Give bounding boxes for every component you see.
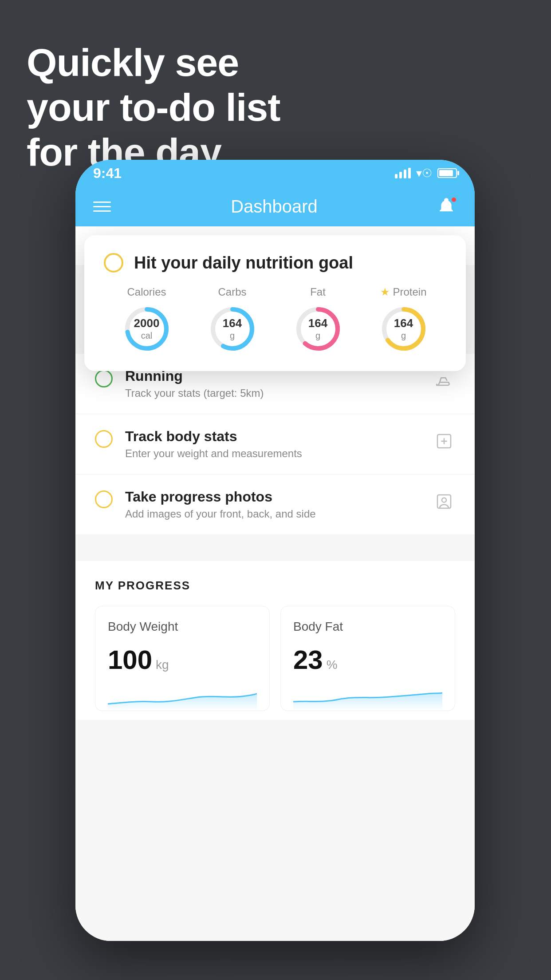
running-circle [95, 370, 113, 387]
calories-unit: cal [134, 331, 160, 341]
bell-button[interactable] [437, 197, 457, 216]
body-fat-chart [293, 684, 442, 711]
protein-unit: g [394, 331, 413, 341]
headline-line2: your to-do list [27, 85, 280, 130]
nutrition-calories: Calories 2000 cal [122, 286, 171, 353]
protein-value: 164 [394, 316, 413, 330]
star-icon: ★ [380, 286, 390, 298]
status-bar: 9:41 ▾☉ [75, 160, 475, 186]
body-fat-value: 23 [293, 644, 323, 675]
body-weight-title: Body Weight [108, 620, 257, 634]
shoe-icon [433, 370, 455, 392]
svg-point-10 [442, 498, 446, 502]
headline: Quickly see your to-do list for the day. [27, 40, 280, 175]
body-stats-circle [95, 430, 113, 448]
photos-subtitle: Add images of your front, back, and side [125, 508, 421, 520]
fat-label: Fat [310, 286, 326, 298]
nav-bar: Dashboard [75, 186, 475, 226]
fat-value: 164 [308, 316, 327, 330]
svg-rect-9 [437, 495, 451, 508]
running-subtitle: Track your stats (target: 5km) [125, 387, 421, 399]
nav-title: Dashboard [231, 197, 318, 217]
wifi-icon: ▾☉ [416, 166, 432, 180]
photos-title: Take progress photos [125, 489, 421, 505]
nutrition-card[interactable]: Hit your daily nutrition goal Calories 2… [84, 235, 466, 371]
body-stats-title: Track body stats [125, 428, 421, 445]
nutrition-protein: ★ Protein 164 g [379, 286, 428, 353]
todo-list: Running Track your stats (target: 5km) T… [75, 354, 475, 534]
portrait-icon [433, 490, 455, 513]
body-weight-value: 100 [108, 644, 152, 675]
nutrition-carbs: Carbs 164 g [208, 286, 257, 353]
content-area: THINGS TO DO TODAY Hit your daily nutrit… [75, 226, 475, 941]
body-fat-title: Body Fat [293, 620, 442, 634]
body-fat-card[interactable]: Body Fat 23 % [280, 606, 455, 711]
signal-icon [395, 168, 411, 178]
headline-line1: Quickly see [27, 40, 280, 85]
notification-dot [451, 197, 457, 203]
nutrition-card-title: Hit your daily nutrition goal [134, 253, 353, 273]
calories-value: 2000 [134, 316, 160, 330]
calories-label: Calories [127, 286, 166, 298]
carbs-unit: g [223, 331, 242, 341]
status-time: 9:41 [93, 165, 122, 182]
progress-section: MY PROGRESS Body Weight 100 kg [75, 561, 475, 720]
carbs-value: 164 [223, 316, 242, 330]
todo-item-body-stats[interactable]: Track body stats Enter your weight and m… [75, 414, 475, 474]
protein-label: ★ Protein [380, 286, 426, 298]
phone-mockup: 9:41 ▾☉ Dashboard [75, 160, 475, 941]
fat-unit: g [308, 331, 327, 341]
body-stats-subtitle: Enter your weight and measurements [125, 447, 421, 460]
nutrition-fat: Fat 164 g [294, 286, 342, 353]
todo-item-photos[interactable]: Take progress photos Add images of your … [75, 474, 475, 534]
hamburger-menu[interactable] [93, 202, 111, 212]
photos-circle [95, 490, 113, 508]
body-weight-card[interactable]: Body Weight 100 kg [95, 606, 270, 711]
scale-icon [433, 430, 455, 452]
status-icons: ▾☉ [395, 166, 457, 180]
battery-icon [437, 168, 457, 178]
progress-header: MY PROGRESS [95, 579, 455, 593]
body-weight-chart [108, 684, 257, 711]
body-fat-unit: % [327, 658, 338, 672]
nutrition-check-circle [104, 253, 123, 273]
body-weight-unit: kg [156, 658, 169, 672]
carbs-label: Carbs [218, 286, 246, 298]
